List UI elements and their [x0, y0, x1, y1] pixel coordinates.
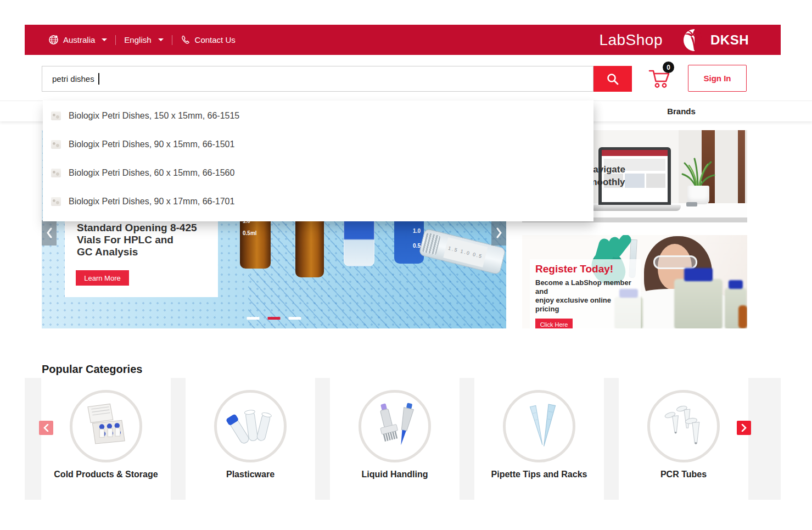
vial-mark: 0.5ml: [243, 230, 257, 236]
category-label: Liquid Handling: [362, 470, 428, 479]
vial-mark: 1.0: [413, 228, 421, 234]
vial-neck: [422, 232, 441, 255]
hero-text-card: Standard Opening 8-425 Vials For HPLC an…: [65, 214, 218, 297]
search-button[interactable]: [593, 66, 632, 92]
pipette-tips-icon: [513, 400, 565, 453]
search-suggestion-item[interactable]: Biologix Petri Dishes, 90 x 17mm, 66-170…: [43, 187, 593, 216]
search-input[interactable]: [42, 66, 593, 92]
click-here-button[interactable]: Click Here: [535, 319, 573, 328]
globe-icon: [48, 35, 59, 45]
hero-title: Standard Opening 8-425 Vials For HPLC an…: [77, 222, 218, 258]
labshop-logo[interactable]: LabShop: [599, 31, 663, 49]
contact-us-label: Contact Us: [195, 35, 236, 44]
category-label: Plasticware: [226, 470, 275, 479]
window-frame: [738, 130, 745, 208]
carousel-dot[interactable]: [247, 317, 260, 320]
contact-us-link[interactable]: Contact Us: [181, 35, 236, 45]
carousel-indicators: [247, 317, 301, 320]
category-label: Pipette Tips and Racks: [491, 470, 587, 479]
chevron-right-icon: [496, 227, 502, 238]
product-thumbnail: [51, 169, 61, 177]
category-card-plasticware[interactable]: Plasticware: [186, 378, 315, 500]
search-suggestion-item[interactable]: Biologix Petri Dishes, 150 x 15mm, 66-15…: [43, 102, 593, 130]
safety-goggles: [653, 255, 697, 269]
search-suggestion-item[interactable]: Biologix Petri Dishes, 60 x 15mm, 66-156…: [43, 159, 593, 187]
suggestion-text: Biologix Petri Dishes, 150 x 15mm, 66-15…: [69, 111, 239, 121]
laptop-keyboard: [590, 205, 681, 211]
country-selector[interactable]: Australia: [48, 35, 107, 45]
suggestion-text: Biologix Petri Dishes, 90 x 15mm, 66-150…: [69, 140, 234, 149]
dksh-logo: DKSH: [684, 29, 749, 51]
popular-categories-title: Popular Categories: [42, 363, 142, 376]
product-thumbnail: [51, 140, 61, 149]
category-label: Cold Products & Storage: [54, 470, 158, 479]
topbar-right: LabShop DKSH: [599, 29, 749, 51]
topbar: Australia English Contact Us LabShop: [25, 25, 781, 55]
learn-more-button[interactable]: Learn More: [76, 270, 129, 286]
category-image-circle: [647, 390, 720, 462]
category-image-circle: [359, 390, 431, 462]
vial-mark: 0.5: [413, 243, 421, 249]
category-image-circle: [503, 390, 575, 462]
category-card-liquid-handling[interactable]: Liquid Handling: [330, 378, 460, 500]
category-image-circle: [70, 390, 142, 462]
country-label: Australia: [63, 35, 95, 44]
suggestion-text: Biologix Petri Dishes, 90 x 17mm, 66-170…: [69, 197, 234, 207]
divider: [115, 35, 116, 45]
categories-prev-button[interactable]: [39, 421, 53, 435]
category-card-cold-products[interactable]: Cold Products & Storage: [41, 378, 171, 500]
register-title: Register Today!: [535, 263, 635, 275]
dksh-palm-icon: [684, 29, 707, 51]
chevron-down-icon: [158, 38, 164, 41]
register-text: Become a LabShop member and enjoy exclus…: [535, 278, 635, 314]
category-card-pcr-tubes[interactable]: PCR Tubes: [619, 378, 748, 500]
pipettes-icon: [368, 400, 421, 453]
suggestion-text: Biologix Petri Dishes, 60 x 15mm, 66-156…: [69, 168, 234, 178]
chevron-right-icon: [741, 424, 747, 432]
chevron-left-icon: [43, 424, 49, 432]
chevron-down-icon: [102, 38, 107, 41]
search-suggestions-dropdown: Biologix Petri Dishes, 150 x 15mm, 66-15…: [43, 101, 593, 221]
cart-count-badge: 0: [663, 62, 674, 73]
phone-icon: [181, 35, 191, 45]
category-image-circle: [214, 390, 287, 462]
divider: [172, 35, 172, 45]
category-card-pipette-tips[interactable]: Pipette Tips and Racks: [474, 378, 604, 500]
topbar-left: Australia English Contact Us: [48, 35, 236, 45]
chevron-left-icon: [46, 227, 53, 238]
carousel-dot-active[interactable]: [268, 317, 281, 320]
search-icon: [606, 72, 619, 86]
category-label: PCR Tubes: [660, 470, 707, 479]
carousel-prev-button[interactable]: [42, 220, 57, 246]
plant-pot: [687, 186, 709, 204]
language-selector[interactable]: English: [124, 35, 163, 44]
carousel-dot[interactable]: [289, 317, 301, 320]
language-label: English: [124, 35, 151, 44]
nav-item-brands[interactable]: Brands: [658, 101, 705, 121]
orange-flask: [738, 305, 747, 328]
product-thumbnail: [51, 111, 61, 120]
phone: [686, 202, 697, 207]
text-cursor: [98, 73, 99, 85]
banner-register[interactable]: Register Today! Become a LabShop member …: [522, 235, 747, 328]
reagent-bottle: [674, 279, 723, 328]
dksh-logo-text: DKSH: [710, 32, 749, 48]
sign-in-button[interactable]: Sign In: [688, 65, 747, 92]
plasticware-icon: [224, 400, 277, 453]
product-thumbnail: [51, 197, 61, 206]
carousel-next-button[interactable]: [491, 220, 506, 246]
pcr-tubes-icon: [657, 400, 710, 453]
categories-next-button[interactable]: [737, 421, 751, 435]
search-suggestion-item[interactable]: Biologix Petri Dishes, 90 x 15mm, 66-150…: [43, 130, 593, 159]
cold-storage-box-icon: [80, 400, 132, 453]
page: Australia English Contact Us LabShop: [0, 0, 812, 530]
register-panel: Register Today! Become a LabShop member …: [530, 259, 641, 328]
